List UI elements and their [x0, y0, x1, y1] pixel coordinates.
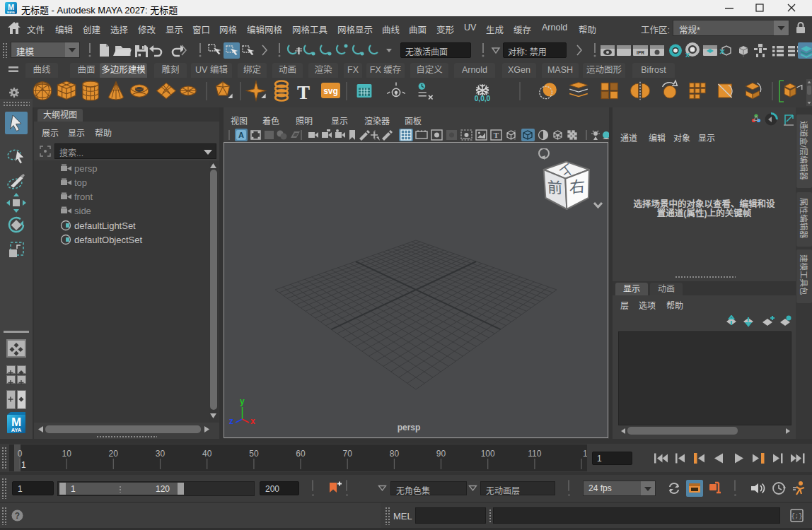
svg-text:persp: persp — [74, 163, 98, 174]
svg-text:右: 右 — [569, 177, 586, 196]
svg-text:80: 80 — [390, 449, 400, 459]
svg-text:defaultObjectSet: defaultObjectSet — [74, 235, 143, 245]
svg-text:100: 100 — [481, 449, 495, 459]
svg-text:建模工具包: 建模工具包 — [799, 254, 808, 295]
svg-text:1: 1 — [21, 460, 26, 470]
svg-text:side: side — [74, 206, 91, 216]
svg-text:0,0,0: 0,0,0 — [475, 95, 491, 102]
svg-text:70: 70 — [343, 449, 353, 459]
svg-text:top: top — [74, 177, 87, 188]
svg-text:0: 0 — [18, 449, 23, 459]
svg-text:z: z — [229, 416, 233, 426]
svg-text:60: 60 — [296, 449, 306, 459]
svg-text:通道盒/层编辑器: 通道盒/层编辑器 — [799, 121, 808, 180]
svg-text:10: 10 — [62, 449, 72, 459]
svg-text:50: 50 — [249, 449, 259, 459]
svg-text:?: ? — [15, 511, 20, 521]
svg-text:20: 20 — [109, 449, 119, 459]
svg-text:defaultLightSet: defaultLightSet — [74, 220, 136, 231]
svg-text:AYA: AYA — [11, 427, 22, 433]
svg-text:40: 40 — [202, 449, 212, 459]
svg-text:front: front — [74, 192, 93, 202]
svg-text:120: 120 — [583, 449, 587, 459]
svg-text:90: 90 — [436, 449, 446, 459]
svg-text:A: A — [238, 131, 244, 139]
svg-text:属性编辑器: 属性编辑器 — [799, 198, 808, 239]
svg-text:y: y — [240, 396, 245, 406]
svg-text:svg: svg — [323, 86, 338, 96]
svg-text:x: x — [250, 416, 255, 426]
svg-text:{;}: {;} — [791, 513, 802, 520]
svg-text:110: 110 — [528, 449, 541, 459]
svg-text:T: T — [297, 82, 310, 103]
svg-text:前: 前 — [547, 179, 563, 196]
svg-text:30: 30 — [156, 449, 166, 459]
svg-text:T: T — [494, 131, 499, 139]
svg-text:persp: persp — [398, 423, 421, 432]
